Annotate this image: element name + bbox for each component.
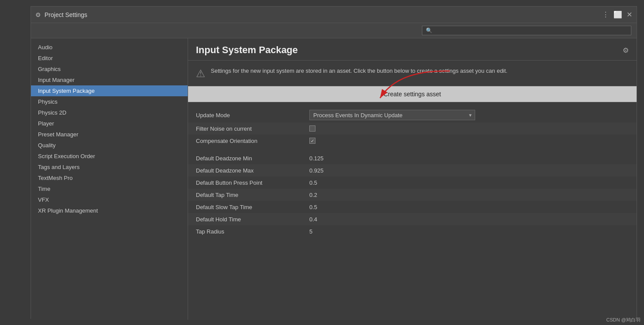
sidebar-item-quality[interactable]: Quality	[31, 140, 188, 151]
sidebar-item-vfx[interactable]: VFX	[31, 194, 188, 205]
sidebar-item-xr-plugin-management[interactable]: XR Plugin Management	[31, 205, 188, 216]
setting-row-filter-noise: Filter Noise on current	[188, 122, 637, 135]
window-actions: ⋮ ⬜ ✕	[602, 10, 632, 19]
tap-time-value: 0.2	[309, 192, 317, 198]
update-mode-dropdown-wrapper: Process Events In Dynamic Update ▼	[309, 110, 475, 120]
search-input[interactable]	[422, 26, 631, 35]
hold-time-value: 0.4	[309, 216, 317, 223]
sidebar-item-editor[interactable]: Editor	[31, 53, 188, 64]
sidebar-item-graphics[interactable]: Graphics	[31, 64, 188, 74]
sidebar-item-input-system-package[interactable]: Input System Package	[31, 85, 188, 96]
sidebar: Audio Editor Graphics Input Manager Inpu…	[31, 38, 188, 320]
setting-row-deadzone-min: Default Deadzone Min 0.125	[188, 152, 637, 164]
page-title: Input System Package	[196, 44, 298, 56]
tap-time-label: Default Tap Time	[196, 192, 309, 198]
sidebar-item-physics[interactable]: Physics	[31, 96, 188, 107]
setting-row-slow-tap-time: Default Slow Tap Time 0.5	[188, 201, 637, 213]
window-title: Project Settings	[45, 11, 87, 18]
slow-tap-time-label: Default Slow Tap Time	[196, 204, 309, 210]
hold-time-label: Default Hold Time	[196, 216, 309, 223]
compensate-orientation-checkbox[interactable]	[309, 138, 315, 144]
setting-row-hold-time: Default Hold Time 0.4	[188, 213, 637, 225]
arrow-svg	[336, 67, 459, 106]
sidebar-item-textmesh-pro[interactable]: TextMesh Pro	[31, 173, 188, 183]
deadzone-min-label: Default Deadzone Min	[196, 155, 309, 162]
update-mode-label: Update Mode	[196, 112, 309, 118]
sidebar-item-time[interactable]: Time	[31, 183, 188, 194]
title-bar: ⚙ Project Settings ⋮ ⬜ ✕	[31, 7, 637, 23]
setting-row-tap-time: Default Tap Time 0.2	[188, 189, 637, 201]
sidebar-item-input-manager[interactable]: Input Manager	[31, 74, 188, 85]
more-options-icon[interactable]: ⋮	[602, 10, 609, 19]
content-area: Audio Editor Graphics Input Manager Inpu…	[31, 38, 637, 320]
button-press-point-label: Default Button Press Point	[196, 179, 309, 186]
tap-radius-value: 5	[309, 228, 312, 235]
watermark: CSDN @鸠白羽	[606, 317, 641, 323]
close-icon[interactable]: ✕	[627, 10, 632, 19]
compensate-orientation-label: Compensate Orientation	[196, 138, 309, 144]
settings-section: Update Mode Process Events In Dynamic Up…	[188, 102, 637, 243]
main-header: Input System Package ⚙	[188, 38, 637, 61]
main-content: Input System Package ⚙ ⚠ Settings for th…	[188, 38, 637, 320]
deadzone-max-label: Default Deadzone Max	[196, 167, 309, 174]
sidebar-item-physics-2d[interactable]: Physics 2D	[31, 107, 188, 118]
project-settings-window: ⚙ Project Settings ⋮ ⬜ ✕ Audio Editor Gr…	[31, 6, 637, 319]
setting-row-tap-radius: Tap Radius 5	[188, 225, 637, 237]
search-bar	[31, 23, 637, 38]
sidebar-item-tags-and-layers[interactable]: Tags and Layers	[31, 162, 188, 173]
setting-row-button-press-point: Default Button Press Point 0.5	[188, 176, 637, 189]
update-mode-dropdown[interactable]: Process Events In Dynamic Update	[309, 110, 475, 120]
settings-gear-icon[interactable]: ⚙	[623, 46, 629, 54]
setting-row-update-mode: Update Mode Process Events In Dynamic Up…	[188, 108, 637, 122]
warning-icon: ⚠	[196, 68, 206, 80]
filter-noise-label: Filter Noise on current	[196, 125, 309, 132]
tap-radius-label: Tap Radius	[196, 228, 309, 235]
filter-noise-checkbox[interactable]	[309, 125, 315, 132]
setting-row-deadzone-max: Default Deadzone Max 0.925	[188, 164, 637, 176]
setting-row-compensate-orientation: Compensate Orientation	[188, 135, 637, 147]
deadzone-min-value: 0.125	[309, 155, 324, 162]
spacer	[188, 147, 637, 152]
slow-tap-time-value: 0.5	[309, 204, 317, 210]
maximize-icon[interactable]: ⬜	[613, 10, 622, 19]
settings-icon: ⚙	[35, 11, 41, 18]
sidebar-item-audio[interactable]: Audio	[31, 42, 188, 53]
sidebar-item-player[interactable]: Player	[31, 118, 188, 129]
deadzone-max-value: 0.925	[309, 167, 324, 174]
sidebar-item-script-execution-order[interactable]: Script Execution Order	[31, 151, 188, 162]
sidebar-item-preset-manager[interactable]: Preset Manager	[31, 129, 188, 140]
button-press-point-value: 0.5	[309, 179, 317, 186]
